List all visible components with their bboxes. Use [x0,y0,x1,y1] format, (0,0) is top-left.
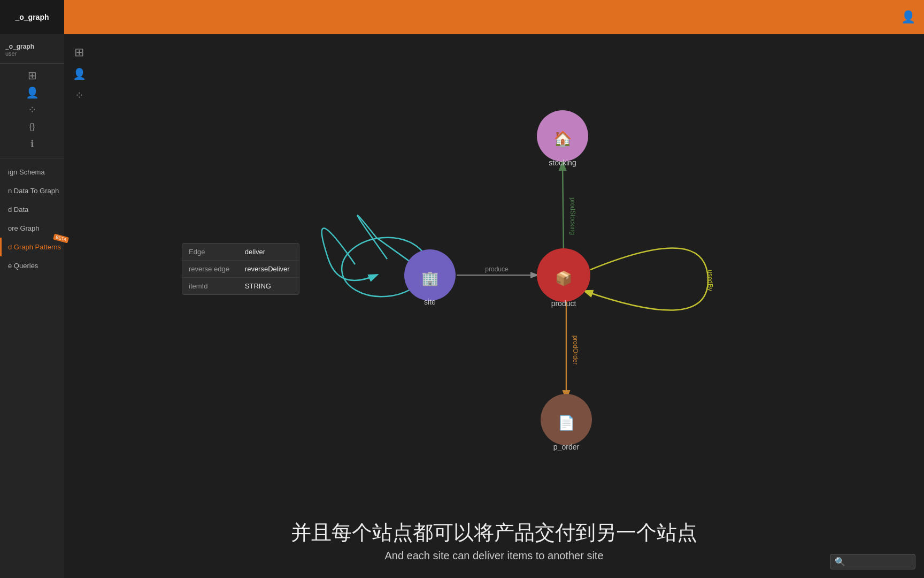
svg-text:🏢: 🏢 [421,270,439,287]
header: ☰ 👤 [0,0,924,34]
popup-key-reverse: reverse edge [182,261,238,278]
search-icon: 🔍 [835,557,845,567]
edge-popup: Edge deliver reverse edge reverseDeliver… [182,243,299,295]
svg-text:🏠: 🏠 [553,130,572,148]
patterns-icon[interactable]: ⁘ [25,102,40,117]
svg-text:📄: 📄 [558,414,575,431]
user-schema-icon[interactable]: 👤 [25,85,40,100]
node-label-stocking: stocking [549,158,576,167]
sidebar-item-queries[interactable]: e Queries [0,256,64,275]
sidebar-item-graph-patterns[interactable]: d Graph Patterns BETA [0,238,64,256]
subtitle-english: And each site can deliver items to anoth… [64,550,924,562]
node-label-p-order: p_order [553,443,580,451]
edge-label-produce: produce [485,265,509,273]
sidebar-item-design-schema[interactable]: ign Schema [0,163,64,181]
subtitle-chinese: 并且每个站点都可以将产品交付到另一个站点 [64,519,924,546]
graph-svg: deliver produce prodStocking usedBy prod… [64,34,924,578]
edge-label-prodstocking: prodStocking [569,197,576,235]
popup-val-itemid: STRING [238,278,299,295]
popup-val-edge: deliver [238,244,299,261]
user-icon[interactable]: 👤 [901,10,915,24]
node-label-site: site [424,298,436,306]
popup-val-reverse: reverseDeliver [238,261,299,278]
edge-label-usedby: usedBy [706,270,714,291]
graph-name: _o_graph user [0,39,64,61]
search-box[interactable]: 🔍 [830,554,915,569]
graph-toolbar: ⊞ 👤 ⁘ [72,45,87,103]
subtitle: 并且每个站点都可以将产品交付到另一个站点 And each site can d… [64,519,924,562]
logo-text: _o_graph [15,13,49,21]
main-content: deliver produce prodStocking usedBy prod… [64,34,924,578]
edge-icon[interactable]: ⁘ [72,88,87,103]
search-input[interactable] [848,558,911,566]
app-logo: _o_graph [0,0,64,34]
graph-canvas[interactable]: deliver produce prodStocking usedBy prod… [64,34,924,578]
node-icon[interactable]: 👤 [72,66,87,81]
sidebar: _o_graph user ⊞ 👤 ⁘ {} ℹ ign Schema n Da… [0,34,64,578]
popup-key-itemid: itemId [182,278,238,295]
expand-icon[interactable]: ⊞ [25,68,40,83]
fit-view-icon[interactable]: ⊞ [72,45,87,60]
svg-text:📦: 📦 [555,270,573,287]
svg-line-2 [563,163,564,254]
node-label-product: product [551,299,576,308]
sidebar-item-add-data[interactable]: d Data [0,200,64,219]
code-icon[interactable]: {} [25,119,40,134]
edge-label-prodorder: prodOrder [572,336,579,365]
sidebar-item-load-data[interactable]: n Data To Graph [0,181,64,200]
info-icon[interactable]: ℹ [25,136,40,151]
popup-key-edge: Edge [182,244,238,261]
